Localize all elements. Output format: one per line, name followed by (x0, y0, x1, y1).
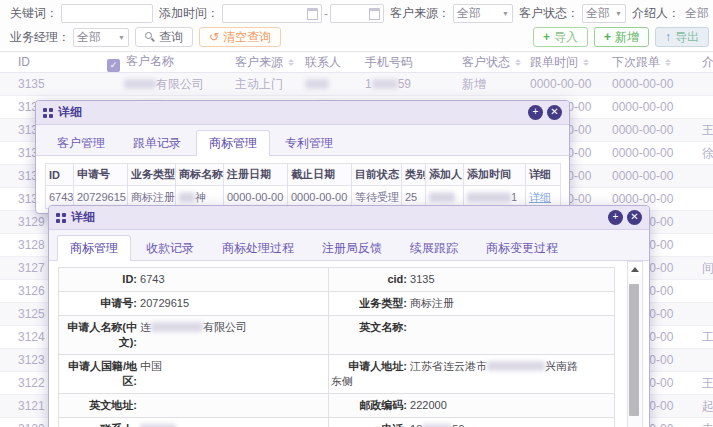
form-row: 申请人名称(中文): 连有限公司英文名称: (59, 316, 615, 355)
scrollbar-thumb[interactable] (629, 284, 639, 416)
cell-next: 0000-00-00 (605, 96, 695, 119)
business-manager-select[interactable]: 全部▼ (73, 28, 129, 47)
tm-header-6: 目前状态 (352, 164, 402, 186)
scrollbar[interactable] (627, 261, 643, 427)
business-manager-value: 全部 (77, 29, 115, 46)
grid-icon (43, 108, 53, 118)
introducer-value[interactable]: 全部 (685, 5, 709, 22)
date-to-input[interactable] (330, 4, 384, 23)
date-from-input[interactable] (222, 4, 322, 23)
plus-icon: + (604, 30, 611, 44)
cell-next: 0000-00-00 (605, 73, 695, 96)
chevron-down-icon: ▼ (615, 10, 622, 17)
tm-header-7: 类别 (402, 164, 426, 186)
business-manager-label: 业务经理： (10, 29, 70, 46)
redacted-text (305, 79, 329, 89)
customer-status-label: 客户状态： (519, 5, 579, 22)
modal1-tab-1[interactable]: 跟单记录 (120, 130, 194, 156)
field-value: 1859 (410, 423, 465, 427)
detail-link[interactable]: 详细 (529, 191, 551, 203)
customer-source-select[interactable]: 全部▼ (453, 4, 513, 23)
cell-intro (695, 280, 713, 303)
add-new-button[interactable]: +新增 (594, 27, 649, 47)
modal2-maximize-button[interactable]: + (608, 210, 623, 225)
cell-intro (695, 165, 713, 188)
grid-icon (56, 213, 66, 223)
sort-icon[interactable] (288, 57, 296, 67)
modal2-tab-3[interactable]: 注册局反馈 (309, 235, 395, 261)
modal2-tab-1[interactable]: 收款记录 (133, 235, 207, 261)
calendar-icon (307, 8, 318, 20)
tm-header-2: 业务类型 (128, 164, 176, 186)
cell-source: 主动上门 (228, 73, 298, 96)
scroll-up-button[interactable] (628, 262, 642, 276)
field-label: 英文地址: (61, 398, 137, 413)
modal2-content: ID: 6743cid: 3135申请号: 20729615业务类型: 商标注册… (49, 261, 649, 427)
modal1-titlebar: 详细 + ✕ (36, 101, 569, 125)
modal1-tab-3[interactable]: 专利管理 (272, 130, 346, 156)
redacted-text (467, 192, 511, 202)
customer-source-label: 客户来源： (390, 5, 450, 22)
crm-screen: 关键词： 添加时间： - 客户来源： 全部▼ 客户状态： 全部▼ 介绍人： 全部… (0, 0, 713, 427)
tm-header-10: 详细 (526, 164, 561, 186)
cell-intro: 起 (695, 395, 713, 418)
redacted-text (151, 322, 203, 332)
header-next[interactable]: 下次跟单 (605, 52, 695, 73)
modal2-close-button[interactable]: ✕ (627, 210, 642, 225)
header-follow[interactable]: 跟单时间 (523, 52, 605, 73)
sort-icon[interactable] (583, 57, 591, 67)
detail-modal-trademark-detail: 详细 + ✕ 商标管理收款记录商标处理过程注册局反馈续展跟踪商标变更过程 ID:… (48, 205, 650, 427)
modal1-close-button[interactable]: ✕ (547, 105, 562, 120)
import-button[interactable]: +导入 (533, 27, 588, 47)
cell-phone: 159 (358, 73, 455, 96)
field-value: 连有限公司 (140, 321, 247, 333)
clear-button-label: 清空查询 (223, 29, 271, 46)
header-source[interactable]: 客户来源 (228, 52, 298, 73)
search-button[interactable]: 查询 (135, 27, 193, 47)
header-name-label: 客户名称 (126, 54, 174, 68)
cell-status: 新增 (455, 73, 523, 96)
form-row: 联系人: 电话: 1859 (59, 418, 615, 427)
trademark-header-row: ID申请号业务类型商标名称注册日期截止日期目前状态类别添加人添加时间详细 (46, 164, 561, 186)
filter-row-2: 业务经理： 全部▼ 查询 ↺清空查询 +导入 +新增 ↑导出 (4, 25, 709, 49)
customer-status-select[interactable]: 全部▼ (582, 4, 626, 23)
modal1-maximize-button[interactable]: + (528, 105, 543, 120)
redacted-text (179, 192, 195, 202)
header-status[interactable]: 客户状态 (455, 52, 523, 73)
table-row[interactable]: 3135有限公司主动上门159新增0000-00-000000-00-00 (0, 73, 713, 96)
form-cell: 邮政编码: 222000 (329, 394, 615, 418)
modal2-tab-0[interactable]: 商标管理 (57, 235, 131, 261)
export-button[interactable]: ↑导出 (655, 27, 709, 47)
field-value: 中国 (140, 360, 162, 372)
modal2-tab-5[interactable]: 商标变更过程 (473, 235, 571, 261)
form-cell: 业务类型: 商标注册 (329, 292, 615, 316)
cell-contact (298, 73, 358, 96)
form-cell: 申请人名称(中文): 连有限公司 (59, 316, 329, 355)
sort-icon[interactable] (515, 57, 523, 67)
modal1-tab-2[interactable]: 商标管理 (196, 130, 270, 156)
tm-header-1: 申请号 (74, 164, 128, 186)
modal2-tab-4[interactable]: 续展跟踪 (397, 235, 471, 261)
form-row: ID: 6743cid: 3135 (59, 268, 615, 292)
modal2-tab-2[interactable]: 商标处理过程 (209, 235, 307, 261)
tm-header-9: 添加时间 (464, 164, 526, 186)
clear-query-button[interactable]: ↺清空查询 (199, 27, 281, 47)
customer-source-value: 全部 (457, 5, 499, 22)
form-cell: 申请人地址: 江苏省连云港市兴南路东侧 (329, 355, 615, 394)
sort-icon[interactable] (665, 57, 673, 67)
form-cell: 英文名称: (329, 316, 615, 355)
cell-next: 0000-00-00 (605, 142, 695, 165)
field-label: 电话: (331, 422, 407, 427)
chevron-down-icon: ▼ (118, 34, 125, 41)
cell-next: 0000-00-00 (605, 165, 695, 188)
redacted-text (372, 79, 398, 89)
modal1-tab-0[interactable]: 客户管理 (44, 130, 118, 156)
header-follow-label: 跟单时间 (530, 55, 578, 69)
cell-intro: 未 (695, 418, 713, 427)
field-label: 申请人地址: (331, 359, 407, 374)
header-status-label: 客户状态 (462, 55, 510, 69)
keyword-input[interactable] (61, 4, 153, 23)
cell-name: 有限公司 (100, 73, 228, 96)
select-all-checkbox[interactable]: ✓ (107, 59, 120, 72)
cell-intro: 徐 (695, 142, 713, 165)
